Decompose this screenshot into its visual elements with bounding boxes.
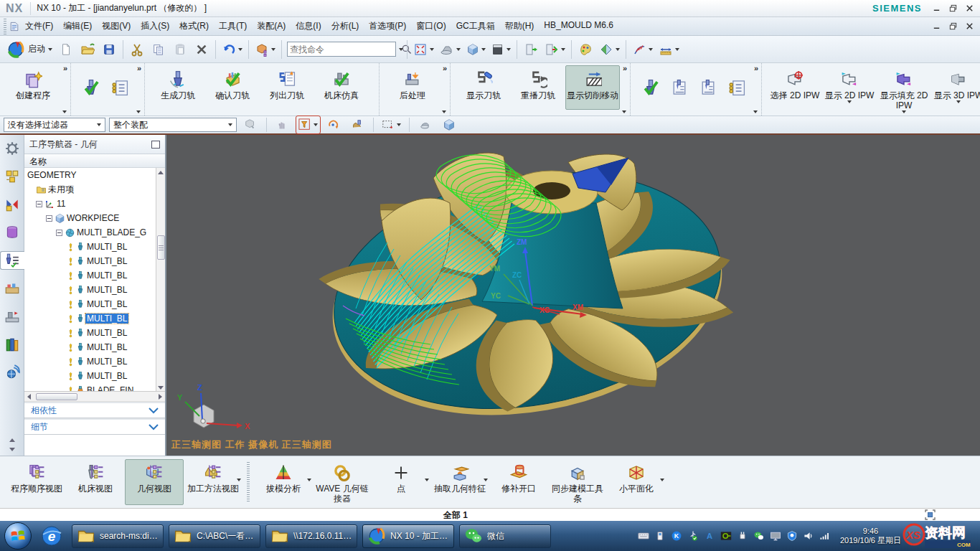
程序顺序视图-button[interactable]: 程序顺序视图 bbox=[7, 459, 66, 505]
列出刀轨-button[interactable]: 列出刀轨 bbox=[260, 65, 314, 110]
window-restore-button[interactable] bbox=[948, 4, 958, 13]
orient-view-button[interactable] bbox=[438, 39, 463, 60]
tree-row-11[interactable]: 11 bbox=[24, 197, 165, 211]
tree-row-未用项[interactable]: 未用项 bbox=[24, 182, 165, 197]
start-menu-button[interactable]: 启动 bbox=[4, 39, 55, 60]
显示填充-2D-IPW-button[interactable]: 显示填充 2D IPW bbox=[877, 65, 931, 110]
menu-s[interactable]: 插入(S) bbox=[136, 18, 174, 34]
screenshot-target-icon[interactable] bbox=[925, 509, 936, 520]
tree-row-multi_bl[interactable]: MULTI_BL bbox=[24, 311, 165, 326]
wechat-tray-icon[interactable] bbox=[753, 530, 765, 542]
nvidia-icon[interactable] bbox=[720, 530, 732, 542]
selection-scope-combo[interactable]: 整个装配 bbox=[109, 118, 237, 132]
group-dropdown-icon[interactable] bbox=[62, 110, 67, 113]
menu-f[interactable]: 文件(F) bbox=[20, 18, 58, 34]
小平面化-button[interactable]: 小平面化 bbox=[607, 459, 666, 505]
shaded-object-button[interactable] bbox=[415, 116, 435, 133]
rect-select-button[interactable] bbox=[380, 116, 403, 133]
collapse-icon[interactable] bbox=[36, 201, 42, 207]
visualization-button[interactable] bbox=[597, 39, 622, 60]
menu-l[interactable]: 分析(L) bbox=[326, 18, 364, 34]
tree-row-multi_bl[interactable]: MULTI_BL bbox=[24, 268, 165, 283]
details-panel[interactable]: 细节 bbox=[24, 418, 165, 435]
选择-2D-IPW-button[interactable]: 选择 2D IPW bbox=[768, 65, 822, 110]
pin-panel-icon[interactable] bbox=[151, 141, 160, 149]
point-filter-button[interactable] bbox=[296, 116, 320, 133]
menu-h[interactable]: 帮助(H) bbox=[500, 18, 540, 34]
WAVE-几何链接器-button[interactable]: WAVE 几何链接器 bbox=[313, 459, 372, 505]
menu-v[interactable]: 视图(V) bbox=[97, 18, 136, 34]
显示-3D-IPW-button[interactable]: 显示 3D IPW bbox=[931, 65, 980, 110]
确认刀轨-button[interactable]: 确认刀轨 bbox=[205, 65, 260, 110]
view-cube-button[interactable] bbox=[439, 116, 459, 133]
usb-device-icon[interactable] bbox=[654, 530, 666, 542]
group-expand-icon[interactable]: » bbox=[754, 64, 758, 72]
edit-section-button[interactable] bbox=[542, 39, 567, 60]
tool-card-button[interactable] bbox=[697, 77, 720, 98]
机床仿真-button[interactable]: 机床仿真 bbox=[314, 65, 369, 110]
verify-tool-button[interactable] bbox=[80, 77, 103, 98]
scroll-down-icon[interactable] bbox=[9, 448, 15, 451]
tree-row-multi_bl[interactable]: MULTI_BL bbox=[24, 254, 165, 268]
tree-row-multi_bl[interactable]: MULTI_BL bbox=[24, 283, 165, 297]
horizontal-scrollbar[interactable] bbox=[24, 392, 165, 402]
assembly-navigator-tab[interactable] bbox=[2, 167, 22, 186]
internet-explorer-button[interactable]: e bbox=[37, 522, 67, 550]
web-browser-tab[interactable] bbox=[2, 363, 22, 382]
tree-row-geometry[interactable]: GEOMETRY bbox=[24, 168, 165, 182]
plug-icon[interactable] bbox=[737, 530, 748, 542]
start-button[interactable] bbox=[4, 522, 32, 550]
menu-a[interactable]: 装配(A) bbox=[252, 18, 291, 34]
menu-r[interactable]: 格式(R) bbox=[174, 18, 214, 34]
shield-icon[interactable] bbox=[786, 530, 798, 542]
vertical-scrollbar[interactable] bbox=[156, 168, 165, 392]
group-expand-icon[interactable]: » bbox=[137, 64, 141, 72]
修补开口-button[interactable]: 修补开口 bbox=[489, 459, 548, 505]
tree-row-blade_fin[interactable]: BLADE_FIN bbox=[24, 383, 165, 392]
拔模分析-button[interactable]: 拔模分析 bbox=[254, 459, 313, 505]
fit-view-button[interactable] bbox=[411, 39, 436, 60]
keyboard-icon[interactable] bbox=[638, 530, 649, 542]
verify-tool-button[interactable] bbox=[639, 77, 662, 98]
graphics-viewport[interactable]: ZM YM ZC YC XC XM Z bbox=[166, 135, 980, 456]
group-dropdown-icon[interactable] bbox=[442, 110, 446, 113]
k-app-icon[interactable]: K bbox=[671, 530, 682, 542]
group-dropdown-icon[interactable] bbox=[753, 110, 758, 113]
open-folder-button[interactable] bbox=[77, 39, 98, 60]
display-icon[interactable] bbox=[770, 530, 781, 542]
menu-t[interactable]: 工具(T) bbox=[214, 18, 252, 34]
tree-row-multi_bl[interactable]: MULTI_BL bbox=[24, 340, 165, 354]
constraint-navigator-tab[interactable] bbox=[2, 195, 22, 214]
tree-row-multi_bl[interactable]: MULTI_BL bbox=[24, 240, 165, 254]
menu-hbmouldm[interactable]: HB_MOULD M6.6 bbox=[539, 18, 618, 34]
child-window-close-button[interactable] bbox=[965, 22, 974, 31]
group-expand-icon[interactable]: » bbox=[623, 64, 627, 72]
hand-select-button[interactable] bbox=[273, 116, 293, 133]
同步建模工具条-button[interactable]: 同步建模工具条 bbox=[548, 459, 607, 505]
collapse-icon[interactable] bbox=[56, 230, 62, 236]
shaded-cube-button[interactable] bbox=[464, 39, 488, 60]
menu-gc[interactable]: GC工具箱 bbox=[451, 18, 500, 34]
toolbar-grip[interactable] bbox=[4, 19, 6, 34]
command-finder-input[interactable] bbox=[290, 44, 401, 55]
抽取几何特征-button[interactable]: 抽取几何特征 bbox=[430, 459, 489, 505]
rotate-wcs-button[interactable] bbox=[324, 116, 344, 133]
menu-e[interactable]: 编辑(E) bbox=[58, 18, 97, 34]
clip-section-button[interactable] bbox=[521, 39, 541, 60]
dependencies-panel[interactable]: 相依性 bbox=[24, 402, 165, 418]
taskbar-button[interactable]: \\172.16.0.118\... bbox=[265, 524, 357, 548]
save-button[interactable] bbox=[99, 39, 119, 60]
child-window-restore-button[interactable] bbox=[948, 22, 958, 31]
menu-i[interactable]: 信息(I) bbox=[291, 18, 326, 34]
cut-button[interactable] bbox=[127, 39, 147, 60]
taskbar-button[interactable]: NX 10 - 加工 - [j... bbox=[362, 524, 454, 548]
taskbar-button[interactable]: C:\ABC\一看。刘... bbox=[169, 524, 260, 548]
paste-button[interactable] bbox=[170, 39, 190, 60]
后处理-button[interactable]: 后处理 bbox=[385, 65, 440, 110]
menu-o[interactable]: 窗口(O) bbox=[411, 18, 451, 34]
palette-button[interactable] bbox=[575, 39, 595, 60]
menu-p[interactable]: 首选项(P) bbox=[364, 18, 411, 34]
program-view-button[interactable] bbox=[108, 77, 131, 98]
part-family-tab[interactable] bbox=[2, 223, 22, 242]
network-icon[interactable] bbox=[819, 530, 831, 542]
